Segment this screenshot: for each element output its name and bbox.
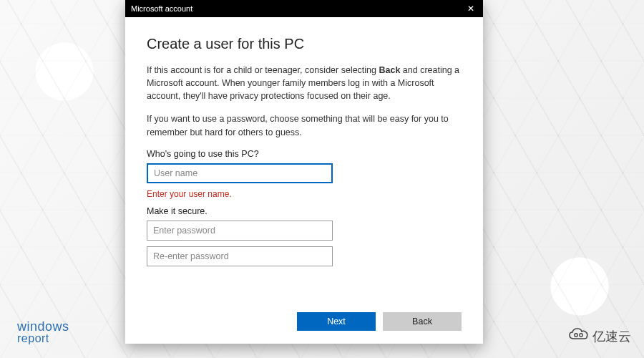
titlebar: Microsoft account ✕ — [125, 0, 483, 17]
intro-paragraph-1: If this account is for a child or teenag… — [147, 64, 462, 102]
password-section-label: Make it secure. — [147, 206, 462, 216]
dialog-content: Create a user for this PC If this accoun… — [125, 17, 483, 344]
back-button[interactable]: Back — [383, 312, 462, 331]
watermark-line1: windows — [17, 321, 69, 333]
password-confirm-input[interactable] — [147, 246, 333, 266]
page-title: Create a user for this PC — [147, 36, 462, 52]
cloud-icon — [568, 327, 590, 345]
username-input[interactable] — [147, 163, 333, 183]
watermark-windows-report: windows report — [17, 321, 69, 344]
username-error: Enter your user name. — [147, 189, 462, 199]
svg-point-0 — [575, 334, 577, 337]
next-button[interactable]: Next — [297, 312, 376, 331]
watermark-yisu: 亿速云 — [568, 327, 631, 345]
intro-paragraph-2: If you want to use a password, choose so… — [147, 112, 462, 138]
close-icon[interactable]: ✕ — [464, 4, 477, 14]
watermark-line2: report — [17, 333, 69, 344]
svg-point-1 — [580, 334, 582, 337]
create-user-dialog: Microsoft account ✕ Create a user for th… — [125, 0, 483, 344]
username-section-label: Who's going to use this PC? — [147, 149, 462, 159]
window-title: Microsoft account — [131, 4, 192, 13]
watermark-right-text: 亿速云 — [592, 328, 631, 345]
intro-bold-back: Back — [379, 65, 400, 75]
dialog-footer: Next Back — [297, 312, 462, 331]
intro-text-a: If this account is for a child or teenag… — [147, 65, 379, 75]
password-input[interactable] — [147, 221, 333, 241]
